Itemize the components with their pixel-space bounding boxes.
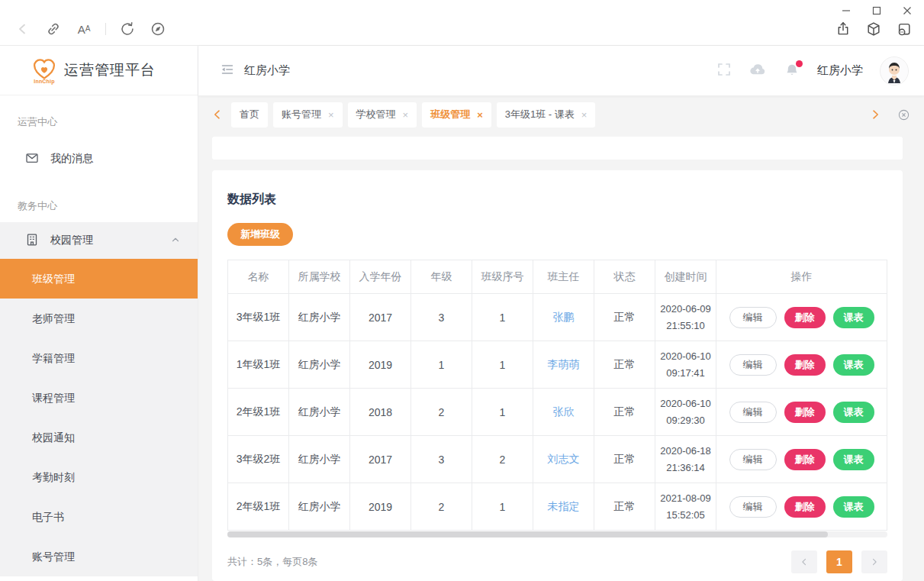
delete-button[interactable]: 删除 xyxy=(784,449,826,470)
col-status: 状态 xyxy=(594,260,655,294)
cell-seq: 1 xyxy=(472,294,533,341)
font-size-icon[interactable]: AA xyxy=(75,20,93,38)
delete-button[interactable]: 删除 xyxy=(784,354,826,376)
titlebar: AA xyxy=(0,0,924,46)
cell-ops: 编辑 删除 课表 xyxy=(716,436,887,483)
sidebar-group-campus: 校园管理 班级管理 老师管理 学籍管理 课程管理 校园通知 考勤时刻 电子书 账… xyxy=(0,222,198,576)
sidebar-item-campus-mgmt[interactable]: 校园管理 xyxy=(0,222,198,259)
bell-icon[interactable] xyxy=(784,63,800,79)
main-area: 红房小学 xyxy=(198,46,924,581)
share-icon[interactable] xyxy=(834,20,852,38)
teacher-link[interactable]: 张鹏 xyxy=(553,311,575,323)
logo-row: InnChip 运营管理平台 xyxy=(0,46,198,95)
tab-close-icon[interactable]: × xyxy=(403,110,409,120)
tab-class-schedule[interactable]: 3年级1班 - 课表 × xyxy=(497,102,596,127)
cloud-upload-icon[interactable] xyxy=(749,60,767,82)
delete-button[interactable]: 删除 xyxy=(784,402,826,423)
cell-school: 红房小学 xyxy=(289,294,350,341)
schedule-button[interactable]: 课表 xyxy=(833,354,874,376)
toolbar-right xyxy=(834,20,913,38)
teacher-link[interactable]: 李萌萌 xyxy=(548,358,580,370)
cell-name: 2年级1班 xyxy=(228,483,289,531)
table-row: 1年级1班 红房小学 2019 1 1 李萌萌 正常 2020-06-10 09… xyxy=(228,341,887,389)
page-number-1[interactable]: 1 xyxy=(826,550,852,573)
sidebar-subitem-class-mgmt[interactable]: 班级管理 xyxy=(0,259,198,299)
schedule-button[interactable]: 课表 xyxy=(833,496,874,518)
sidebar-subitem-account-mgmt[interactable]: 账号管理 xyxy=(0,537,198,576)
add-class-button[interactable]: 新增班级 xyxy=(227,223,293,246)
edit-button[interactable]: 编辑 xyxy=(729,307,777,328)
close-all-tabs-icon[interactable] xyxy=(895,106,912,123)
main-header: 红房小学 xyxy=(198,46,924,95)
teacher-link[interactable]: 张欣 xyxy=(553,405,575,418)
sidebar-item-label: 我的消息 xyxy=(50,152,93,166)
sidebar-item-my-messages[interactable]: 我的消息 xyxy=(0,138,198,179)
refresh-icon[interactable] xyxy=(118,20,137,38)
col-year: 入学年份 xyxy=(350,260,411,294)
building-icon xyxy=(24,232,40,250)
schedule-button[interactable]: 课表 xyxy=(833,402,874,423)
edit-button[interactable]: 编辑 xyxy=(729,354,777,376)
tab-scroll-left-icon[interactable] xyxy=(209,106,226,123)
sidebar-subitem-ebook[interactable]: 电子书 xyxy=(0,497,198,537)
cell-created: 2020-06-10 09:17:41 xyxy=(655,341,716,389)
cell-status: 正常 xyxy=(594,483,655,531)
cell-school: 红房小学 xyxy=(289,389,350,436)
cell-ops: 编辑 删除 课表 xyxy=(716,389,887,436)
prev-page-icon[interactable] xyxy=(791,550,817,573)
sidebar-subitem-student-mgmt[interactable]: 学籍管理 xyxy=(0,338,198,378)
tab-account-mgmt[interactable]: 账号管理 × xyxy=(273,102,343,127)
avatar[interactable] xyxy=(880,56,909,86)
col-grade: 年级 xyxy=(411,260,472,294)
horizontal-scrollbar xyxy=(227,531,887,537)
tab-close-icon[interactable]: × xyxy=(328,110,334,120)
cell-grade: 3 xyxy=(411,436,472,483)
edit-button[interactable]: 编辑 xyxy=(729,402,777,423)
schedule-button[interactable]: 课表 xyxy=(833,307,874,328)
col-created: 创建时间 xyxy=(655,260,716,294)
tab-close-icon[interactable]: × xyxy=(477,110,483,120)
tab-school-mgmt[interactable]: 学校管理 × xyxy=(348,102,417,127)
tab-label: 班级管理 xyxy=(430,108,470,121)
tab-scroll-right-icon[interactable] xyxy=(867,106,884,123)
cell-school: 红房小学 xyxy=(289,341,350,389)
session-icon[interactable] xyxy=(895,20,913,38)
schedule-button[interactable]: 课表 xyxy=(833,449,874,470)
sidebar-subitem-course-mgmt[interactable]: 课程管理 xyxy=(0,378,198,418)
sidebar-subitem-attendance[interactable]: 考勤时刻 xyxy=(0,457,198,497)
toolbar-left: AA xyxy=(14,20,167,38)
delete-button[interactable]: 删除 xyxy=(784,307,826,328)
link-icon[interactable] xyxy=(44,20,63,38)
tab-close-icon[interactable]: × xyxy=(581,110,588,120)
cell-created: 2020-06-10 09:29:30 xyxy=(655,389,716,436)
maximize-icon[interactable] xyxy=(871,5,883,17)
data-card: 数据列表 新增班级 名称 所属学校 入学年份 年级 xyxy=(212,170,903,581)
tab-class-mgmt-active[interactable]: 班级管理 × xyxy=(422,102,491,127)
delete-button[interactable]: 删除 xyxy=(784,496,826,518)
cube-icon[interactable] xyxy=(864,20,883,38)
teacher-link[interactable]: 刘志文 xyxy=(548,453,580,465)
cell-year: 2018 xyxy=(350,389,411,436)
sidebar-subitem-campus-notice[interactable]: 校园通知 xyxy=(0,418,198,457)
sidebar-subitem-teacher-mgmt[interactable]: 老师管理 xyxy=(0,299,198,338)
collapse-sidebar-icon[interactable] xyxy=(220,62,235,80)
cell-name: 3年级2班 xyxy=(228,436,289,483)
scrollbar-thumb[interactable] xyxy=(227,531,828,537)
tab-home[interactable]: 首页 xyxy=(231,102,268,127)
close-icon[interactable] xyxy=(901,5,913,17)
tab-label: 学校管理 xyxy=(356,108,396,121)
breadcrumb: 红房小学 xyxy=(244,63,290,78)
cell-teacher: 李萌萌 xyxy=(533,341,594,389)
teacher-link[interactable]: 未指定 xyxy=(548,500,580,512)
fullscreen-icon[interactable] xyxy=(716,62,732,80)
edit-button[interactable]: 编辑 xyxy=(729,496,777,518)
table-row: 2年级1班 红房小学 2019 2 1 未指定 正常 2021-08-09 15… xyxy=(228,483,887,531)
minimize-icon[interactable] xyxy=(840,5,852,17)
cell-status: 正常 xyxy=(594,294,655,341)
compass-icon[interactable] xyxy=(149,20,167,38)
edit-button[interactable]: 编辑 xyxy=(729,449,777,470)
cell-seq: 1 xyxy=(472,389,533,436)
next-page-icon[interactable] xyxy=(861,550,887,573)
back-icon[interactable] xyxy=(14,20,32,38)
cell-ops: 编辑 删除 课表 xyxy=(716,483,887,531)
